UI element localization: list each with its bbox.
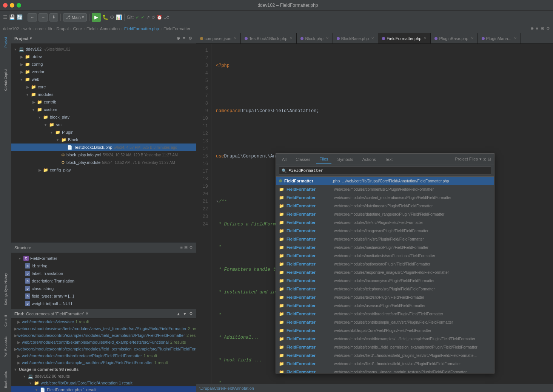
structure-icon-2[interactable]: ⊟ xyxy=(184,245,188,250)
structure-item-id[interactable]: p id: string xyxy=(11,262,196,270)
ac-item-19[interactable]: 📁 FieldFormatter web/core/modules/contri… xyxy=(276,335,494,343)
find-scroll-down[interactable]: ▼ xyxy=(183,312,187,316)
ac-item-16[interactable]: 📁 FieldFormatter web/core/modules/contri… xyxy=(276,310,494,318)
structure-icon-gear[interactable]: ⚙ xyxy=(189,245,193,250)
ac-item-23[interactable]: 📁 FieldFormatter web/core/modules/image/… xyxy=(276,368,494,373)
ac-item-12[interactable]: 📁 FieldFormatter web/core/modules/taxono… xyxy=(276,276,494,285)
project-scroll-icon[interactable]: ⊕ xyxy=(176,35,181,42)
breadcrumb-item-drupal[interactable]: Drupal xyxy=(57,26,69,31)
ac-tab-all[interactable]: All xyxy=(279,156,290,163)
structure-item-field-types[interactable]: p field_types: array = [...] xyxy=(11,292,196,300)
find-fieldformatter-file[interactable]: ▾ 📄 FieldFormatter.php 1 result xyxy=(11,386,196,392)
breadcrumb-gear-icon[interactable]: ⚙ xyxy=(546,26,550,31)
git-history-icon[interactable]: ⏰ xyxy=(157,15,162,20)
close-button[interactable] xyxy=(3,3,8,8)
ac-item-22[interactable]: 📁 FieldFormatter web/core/modules/field/… xyxy=(276,360,494,368)
ac-item-18[interactable]: 📁 FieldFormatter web/core/lib/Drupal/Cor… xyxy=(276,326,494,335)
git-push-icon[interactable]: ↗ xyxy=(146,15,150,20)
ac-item-13[interactable]: 📁 FieldFormatter web/core/modules/teleph… xyxy=(276,285,494,293)
tree-item-vendor[interactable]: ▶ 📁 vendor xyxy=(11,68,196,76)
ac-tab-text[interactable]: Text xyxy=(382,156,396,163)
project-gear-icon[interactable]: ⚙ xyxy=(188,35,193,42)
tree-item-testblock[interactable]: ▶ 📄 TestBlock1Block.php 5/6/24, 4:57 PM,… xyxy=(11,144,196,151)
nav-button[interactable]: ⬇ xyxy=(49,13,58,22)
find-result-2[interactable]: ▶ web/core/modules/views/tests/modules/v… xyxy=(11,325,196,332)
ac-item-5[interactable]: 📁 FieldFormatter web/core/modules/file/s… xyxy=(276,218,494,227)
tree-item-plugin[interactable]: ▾ 📁 Plugin xyxy=(11,128,196,136)
tree-item-block[interactable]: ▾ 📁 Block xyxy=(11,136,196,144)
tree-item-root[interactable]: ▾ 💻 ddev102 ~/Sites/ddev102 xyxy=(11,45,196,53)
ac-item-9[interactable]: 📁 FieldFormatter web/core/modules/media/… xyxy=(276,252,494,260)
tab-close-block[interactable]: ✕ xyxy=(326,36,329,40)
breadcrumb-item-file[interactable]: FieldFormatter.php xyxy=(124,26,159,31)
breadcrumb-item-field[interactable]: Field xyxy=(86,26,96,31)
structure-item-label[interactable]: p label: Translation xyxy=(11,270,196,277)
tab-fieldformatter[interactable]: FieldFormatter.php ✕ xyxy=(378,33,431,44)
breadcrumb-more-icon[interactable]: ⊟ xyxy=(541,26,544,31)
ac-tab-classes[interactable]: Classes xyxy=(293,156,313,163)
project-dropdown-icon[interactable]: ▾ xyxy=(30,36,32,41)
git-branch-icon[interactable]: ⎇ xyxy=(164,15,169,20)
tree-item-module[interactable]: ▶ ⚙ block_play.module 5/6/24, 10:52 AM, … xyxy=(11,159,196,166)
sidebar-icon-commit[interactable]: Commit xyxy=(1,313,10,329)
ac-item-20[interactable]: 📁 FieldFormatter web/core/modules/contri… xyxy=(276,343,494,351)
breadcrumb-item-class[interactable]: FieldFormatter xyxy=(163,26,191,31)
structure-item-description[interactable]: p description: Translation xyxy=(11,277,196,285)
toolbar-icon-profile[interactable]: 📊 xyxy=(116,14,122,20)
breadcrumb-item-lib[interactable]: lib xyxy=(48,26,52,31)
tab-close-pluginbase[interactable]: ✕ xyxy=(471,36,474,40)
ac-item-10[interactable]: 📁 FieldFormatter web/core/modules/option… xyxy=(276,260,494,268)
breadcrumb-item-annotation[interactable]: Annotation xyxy=(100,26,120,31)
ac-tab-symbols[interactable]: Symbols xyxy=(334,156,356,163)
tree-item-block-play[interactable]: ▾ 📁 block_play xyxy=(11,113,196,121)
ac-item-11[interactable]: 📁 FieldFormatter web/core/modules/respon… xyxy=(276,268,494,276)
ac-item-8[interactable]: 📁 FieldFormatter web/core/modules/media/… xyxy=(276,243,494,252)
git-revert-icon[interactable]: ↺ xyxy=(151,15,155,20)
find-result-1[interactable]: ▶ web/core/modules/views/src 1 result xyxy=(11,318,196,325)
tree-item-info-yml[interactable]: ▶ ⚙ block_play.info.yml 5/6/24, 10:52 AM… xyxy=(11,151,196,159)
tree-item-config-play[interactable]: ▶ 📁 config_play xyxy=(11,166,196,174)
find-ddev102[interactable]: ▾ 💻 ddev102 98 results xyxy=(11,373,196,380)
tree-item-core[interactable]: ▶ 📁 core xyxy=(11,83,196,91)
maximize-button[interactable] xyxy=(17,3,21,8)
ac-tab-files[interactable]: Files xyxy=(316,155,331,164)
ac-item-2[interactable]: 📁 FieldFormatter web/core/modules/conten… xyxy=(276,193,494,202)
toolbar-icon-debug[interactable]: 🐛 xyxy=(102,14,108,20)
ac-item-1[interactable]: 📁 FieldFormatter web/core/modules/commen… xyxy=(276,185,494,193)
ac-item-7[interactable]: 📁 FieldFormatter web/core/modules/link/s… xyxy=(276,235,494,243)
structure-icon-1[interactable]: ≡ xyxy=(180,245,183,250)
find-result-7[interactable]: ▶ web/core/modules/contrib/simple_oauth/… xyxy=(11,359,196,366)
sidebar-icon-pull[interactable]: Pull Requests xyxy=(1,334,10,360)
breadcrumb-item-core[interactable]: core xyxy=(35,26,43,31)
find-annotation-folder[interactable]: ▾ 📁 web/core/lib/Drupal/Core/Field/Annot… xyxy=(11,380,196,386)
find-result-3[interactable]: ▶ web/core/modules/contrib/examples/modu… xyxy=(11,332,196,339)
tab-testblock[interactable]: TestBlock1Block.php ✕ xyxy=(241,33,297,44)
tab-block[interactable]: Block.php ✕ xyxy=(297,33,333,44)
ac-filter-icon[interactable]: ⧖ xyxy=(483,157,486,162)
branch-button[interactable]: ⎇ Main ▾ xyxy=(63,13,87,22)
breadcrumb-indent-icon[interactable]: ≡ xyxy=(536,26,538,31)
tree-item-contrib[interactable]: ▶ 📁 contrib xyxy=(11,98,196,106)
tree-item-config[interactable]: ▶ 📁 config xyxy=(11,60,196,68)
ac-filter-dropdown[interactable]: ▾ xyxy=(479,157,482,162)
ac-item-15[interactable]: 📁 FieldFormatter web/core/modules/user/s… xyxy=(276,301,494,310)
find-gear-icon[interactable]: ⚙ xyxy=(189,311,193,316)
tab-close-composer[interactable]: ✕ xyxy=(234,36,237,40)
ac-tab-actions[interactable]: Actions xyxy=(359,156,379,163)
tree-item-ddev[interactable]: ▶ 📁 .ddev xyxy=(11,53,196,60)
ac-search-box[interactable]: 🔍 FieldFormatter xyxy=(279,167,491,175)
tab-close-blockbase[interactable]: ✕ xyxy=(371,36,374,40)
tab-close-pluginmana[interactable]: ✕ xyxy=(514,36,517,40)
breadcrumb-settings-icon[interactable]: ⊕ xyxy=(530,26,534,31)
find-result-5[interactable]: ▶ web/core/modules/contrib/examples/modu… xyxy=(11,346,196,352)
sidebar-icon-project[interactable]: Project xyxy=(1,35,10,50)
find-scroll-up[interactable]: ▲ xyxy=(176,312,180,316)
run-button[interactable]: ▶ xyxy=(92,13,101,22)
tab-blockbase[interactable]: BlockBase.php ✕ xyxy=(333,33,378,44)
tree-item-src[interactable]: ▾ 📁 src xyxy=(11,121,196,128)
sidebar-icon-github[interactable]: GitHub Copilot xyxy=(1,66,10,93)
back-button[interactable]: ← xyxy=(28,13,37,22)
find-close-icon[interactable]: ✕ xyxy=(85,311,89,316)
tab-pluginmana[interactable]: PluginMana... ✕ xyxy=(478,33,521,44)
find-result-6[interactable]: ▶ web/core/modules/contrib/redirect/src/… xyxy=(11,352,196,359)
